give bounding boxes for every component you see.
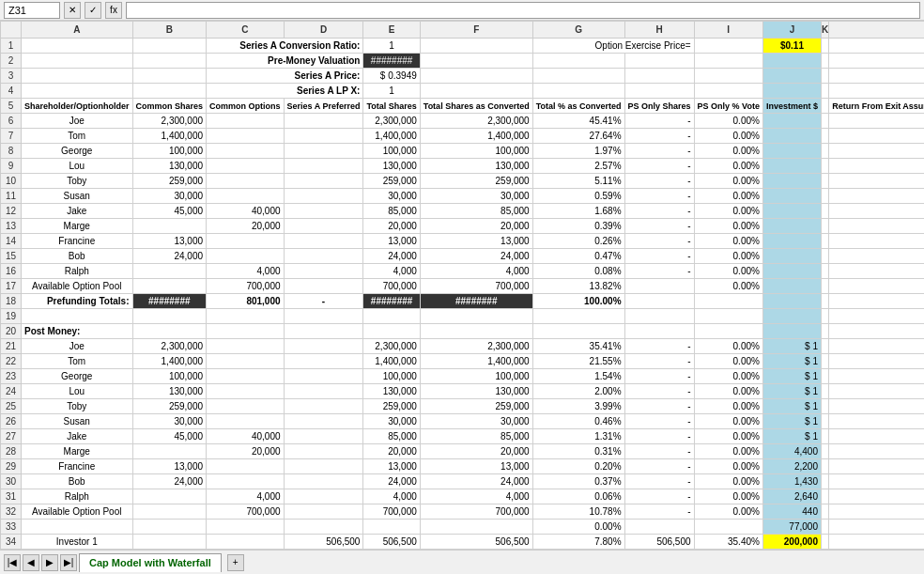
cell-F1[interactable] [420,39,532,54]
tab-bar: |◀ ◀ ▶ ▶| Cap Model with Waterfall + [0,550,924,574]
add-sheet-button[interactable]: + [227,554,244,571]
cell-A6: Joe [22,114,133,129]
row-num-1[interactable]: 1 [1,39,22,54]
col-header-D[interactable]: D [284,22,363,39]
prefunding-common-shares: ######## [132,294,207,309]
post-money-header-row: 20 Post Money: [1,324,925,339]
tab-nav-first-button[interactable]: |◀ [4,554,21,571]
col-label-common-options: Common Options [207,99,285,114]
cell-G3[interactable] [532,69,624,84]
cell-H3[interactable] [624,69,694,84]
cell-J3[interactable] [762,69,821,84]
spreadsheet-area[interactable]: A B C D E F G H I J K L M N O 1 Series A… [0,21,924,550]
col-header-C[interactable]: C [207,22,285,39]
cell-GH1: Option Exercise Price= [532,39,694,54]
col-label-return-participating: Return From Exit Assuming Participating … [829,99,924,114]
tab-nav-prev-button[interactable]: ◀ [23,554,39,571]
table-row: 22 Tom 1,400,000 1,400,000 1,400,000 21.… [1,354,925,369]
cell-A1[interactable] [22,39,133,54]
col-header-A[interactable]: A [22,22,133,39]
table-row: 7 Tom 1,400,000 1,400,000 1,400,000 27.6… [1,129,925,144]
table-row: 30 Bob 24,000 24,000 24,000 0.37% - 0.00… [1,474,925,489]
table-row: 1 Series A Conversion Ratio: 1 Option Ex… [1,39,925,54]
cell-F4[interactable] [420,84,532,99]
formula-bar: ✕ ✓ fx [0,0,924,21]
col-label-pct-converted: Total % as Converted [532,99,624,114]
cell-F2[interactable] [420,54,532,69]
investor-row-1: 34 Investor 1 506,500 506,500 506,500 7.… [1,535,925,550]
col-header-L[interactable]: L [829,22,924,39]
cell-K4[interactable] [821,84,828,99]
col-header-E[interactable]: E [363,22,420,39]
cell-A3[interactable] [22,69,133,84]
col-header-K[interactable]: K [821,22,828,39]
cell-K1[interactable] [821,39,828,54]
col-label-investment: Investment $ [762,99,821,114]
cell-H4[interactable] [624,84,694,99]
cell-B2[interactable] [132,54,207,69]
row-num-5[interactable]: 5 [1,99,22,114]
cell-K3[interactable] [821,69,828,84]
tab-nav-last-button[interactable]: ▶| [60,554,77,571]
col-header-I[interactable]: I [694,22,762,39]
row-num-2[interactable]: 2 [1,54,22,69]
cell-L3[interactable] [829,69,924,84]
cell-B1[interactable] [132,39,207,54]
prefunding-totals-label: Prefunding Totals: [22,294,133,309]
tab-nav-next-button[interactable]: ▶ [41,554,58,571]
cell-A2[interactable] [22,54,133,69]
table-row: 4 Series A LP X: 1 [1,84,925,99]
cell-L4[interactable] [829,84,924,99]
cell-K2[interactable] [821,54,828,69]
cell-reference-input[interactable] [4,2,60,19]
cell-I1[interactable] [694,39,762,54]
cell-L2[interactable] [829,54,924,69]
col-label-ps-only-shares: PS Only Shares [624,99,694,114]
table-row: 9 Lou 130,000 130,000 130,000 2.57% - 0.… [1,159,925,174]
sheet-tab-label: Cap Model with Waterfall [89,557,211,568]
cell-G4[interactable] [532,84,624,99]
table-row: 26 Susan 30,000 30,000 30,000 0.46% - 0.… [1,414,925,429]
row-num-3[interactable]: 3 [1,69,22,84]
cell-I3[interactable] [694,69,762,84]
cell-B3[interactable] [132,69,207,84]
col-header-G[interactable]: G [532,22,624,39]
col-label-total-converted: Total Shares as Converted [420,99,532,114]
table-row: 12 Jake 45,000 40,000 85,000 85,000 1.68… [1,204,925,219]
table-row: 27 Jake 45,000 40,000 85,000 85,000 1.31… [1,429,925,444]
col-header-F[interactable]: F [420,22,532,39]
cell-J4[interactable] [762,84,821,99]
sheet-tab-cap-model[interactable]: Cap Model with Waterfall [79,553,222,572]
col-header-H[interactable]: H [624,22,694,39]
table-row: 17 Available Option Pool 700,000 700,000… [1,279,925,294]
col-header-J[interactable]: J [762,22,821,39]
cell-B4[interactable] [132,84,207,99]
cell-I4[interactable] [694,84,762,99]
cell-A4[interactable] [22,84,133,99]
cell-E2: ######## [363,54,420,69]
table-row: 14 Francine 13,000 13,000 13,000 0.26% -… [1,234,925,249]
corner-header [1,22,22,39]
cell-F3[interactable] [420,69,532,84]
col-header-B[interactable]: B [132,22,207,39]
cell-K5[interactable] [821,99,828,114]
table-row: 25 Toby 259,000 259,000 259,000 3.99% - … [1,399,925,414]
cell-I2[interactable] [694,54,762,69]
col-label-ps-only-vote: PS Only % Vote [694,99,762,114]
cell-E1: 1 [363,39,420,54]
cell-J2[interactable] [762,54,821,69]
cell-CD3: Series A Price: [207,69,363,84]
col-label-series-a: Series A Preferred [284,99,363,114]
cancel-formula-button[interactable]: ✕ [64,2,81,19]
cell-CD4: Series A LP X: [207,84,363,99]
formula-input[interactable] [126,2,920,19]
table-row: 29 Francine 13,000 13,000 13,000 0.20% -… [1,459,925,474]
cell-G2[interactable] [532,54,624,69]
table-row: 31 Ralph 4,000 4,000 4,000 0.06% - 0.00%… [1,489,925,504]
cell-H2[interactable] [624,54,694,69]
table-row: 11 Susan 30,000 30,000 30,000 0.59% - 0.… [1,189,925,204]
confirm-formula-button[interactable]: ✓ [85,2,101,19]
cell-L1[interactable] [829,39,924,54]
row-num-4[interactable]: 4 [1,84,22,99]
table-row: 24 Lou 130,000 130,000 130,000 2.00% - 0… [1,384,925,399]
